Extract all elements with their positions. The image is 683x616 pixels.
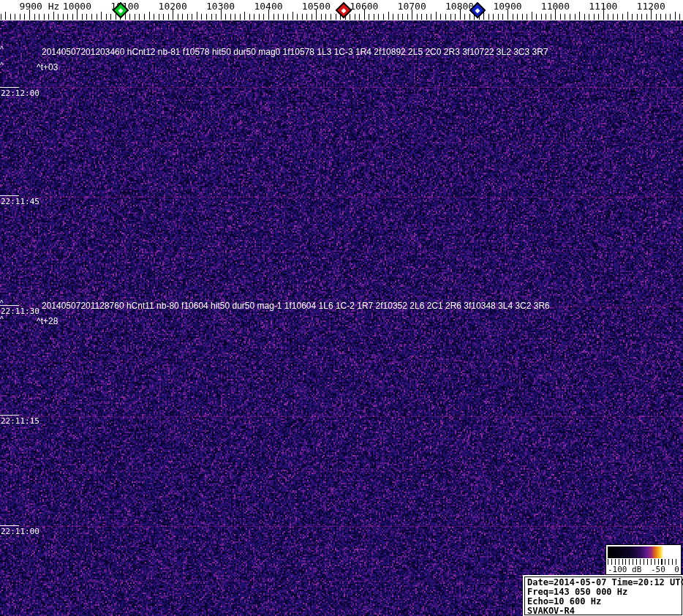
edge-caret-icon: ^ xyxy=(0,299,4,307)
time-tick xyxy=(0,195,19,196)
freq-label: 11000 xyxy=(541,1,570,12)
colorbar-labels: -100 dB -50 0 xyxy=(608,565,679,574)
detection-record-text: 20140507201203460 hCnt12 nb-81 f10578 hi… xyxy=(42,47,548,57)
detection-time-offset-tag: ^t+28 xyxy=(37,316,58,326)
edge-caret-icon: ^ xyxy=(0,315,4,323)
marker-center-dot xyxy=(341,8,346,13)
marker-center-dot xyxy=(118,8,123,13)
colorbar: -100 dB -50 0 xyxy=(605,544,682,575)
detection-time-offset-tag: ^t+03 xyxy=(37,62,58,72)
colorbar-label-mid: -50 xyxy=(651,565,665,574)
time-label: 22:11:30 xyxy=(1,307,39,316)
freq-label: 10600 xyxy=(350,1,378,12)
colorbar-gradient xyxy=(608,546,679,558)
edge-caret-icon: ^ xyxy=(0,61,4,70)
freq-label: 11200 xyxy=(637,1,665,12)
freq-label: 10300 xyxy=(206,1,235,12)
time-label: 22:11:15 xyxy=(1,416,39,426)
time-label: 22:12:00 xyxy=(1,89,39,98)
freq-label: 10700 xyxy=(398,1,426,12)
colorbar-label-max: 0 xyxy=(674,565,679,574)
freq-label: 10200 xyxy=(159,1,187,12)
colorbar-label-min: -100 dB xyxy=(608,565,641,574)
freq-label: 10000 xyxy=(63,1,91,12)
freq-label: 10900 xyxy=(493,1,521,12)
edge-caret-icon: ^ xyxy=(0,45,4,53)
colorbar-ticks xyxy=(608,559,679,565)
time-tick xyxy=(0,415,19,416)
freq-label: 11100 xyxy=(589,1,617,12)
time-tick xyxy=(0,87,19,88)
detection-record-text: 20140507201128760 hCnt11 nb-80 f10604 hi… xyxy=(42,301,550,311)
spectrogram-window: 9900 Hz100001010010200103001040010500106… xyxy=(0,0,683,616)
info-station: SVAKOV-R4 xyxy=(527,606,682,616)
frequency-ruler[interactable]: 9900 Hz100001010010200103001040010500106… xyxy=(0,0,683,20)
freq-label: 10500 xyxy=(302,1,331,12)
time-label: 22:11:45 xyxy=(1,197,39,206)
freq-label: 9900 Hz xyxy=(20,1,60,12)
time-tick xyxy=(0,525,19,526)
freq-label: 10400 xyxy=(254,1,282,12)
status-info-box: Date=2014-05-07 Time=20:12 UTC Freq=143 … xyxy=(524,576,682,615)
time-label: 22:11:00 xyxy=(1,527,39,536)
marker-center-dot xyxy=(475,8,480,13)
